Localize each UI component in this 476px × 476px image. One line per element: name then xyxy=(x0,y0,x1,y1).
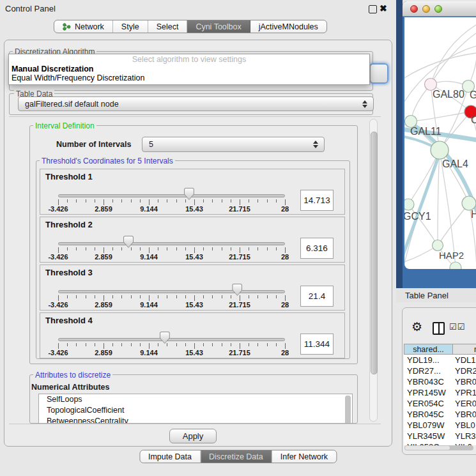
horizontal-scrollbar-thumb[interactable] xyxy=(405,446,450,450)
table-cell-name[interactable]: YDR2 xyxy=(452,366,476,376)
network-node[interactable] xyxy=(462,196,476,210)
table-cell-shared-name[interactable]: YLR345W xyxy=(404,431,452,441)
slider-tick xyxy=(112,343,113,346)
tab-network[interactable]: Network xyxy=(54,20,113,33)
attribute-list-item[interactable]: SelfLoops xyxy=(39,394,352,405)
tab-jactivemnodules[interactable]: jActiveMNodules xyxy=(250,20,326,33)
table-cell-name[interactable]: YBR0 xyxy=(452,410,476,419)
table-data-combobox[interactable]: galFiltered.sif default node xyxy=(18,96,374,111)
slider-tick xyxy=(67,247,68,250)
table-cell-name[interactable]: YPR1 xyxy=(452,388,476,397)
table-row[interactable]: YDR27... YDR2 xyxy=(404,365,476,376)
table-row[interactable]: YBR043C YBR0 xyxy=(404,376,476,387)
close-icon[interactable]: ✖ xyxy=(380,3,387,13)
slider-track[interactable] xyxy=(58,242,285,245)
horizontal-scrollbar[interactable] xyxy=(404,445,473,450)
slider-tick xyxy=(131,247,132,250)
table-row[interactable]: YLR345W YLR3 xyxy=(404,431,476,441)
apply-button[interactable]: Apply xyxy=(169,429,217,443)
table-cell-shared-name[interactable]: YBR045C xyxy=(404,410,452,419)
network-edge[interactable] xyxy=(431,25,476,84)
network-window-titlebar[interactable] xyxy=(403,1,476,17)
slider-tick xyxy=(240,199,240,205)
slider-thumb[interactable] xyxy=(232,284,242,296)
slider-tick xyxy=(222,199,222,203)
network-edge[interactable] xyxy=(404,53,476,78)
network-edge[interactable] xyxy=(438,150,440,245)
table-row[interactable]: YDL19... YDL1 xyxy=(404,355,476,365)
slider-thumb[interactable] xyxy=(123,236,134,248)
network-node[interactable] xyxy=(433,240,443,251)
slider-track[interactable] xyxy=(58,194,285,197)
table-row[interactable]: YPR145W YPR1 xyxy=(404,387,476,398)
select-columns-checkboxes-icon[interactable]: ☑☑ xyxy=(449,322,465,332)
network-node-label: GAL11 xyxy=(410,126,441,137)
slider-tick xyxy=(185,295,186,298)
column-header-name[interactable]: na xyxy=(452,344,476,355)
slider-tick xyxy=(76,295,77,298)
tab-select-label: Select xyxy=(157,22,179,31)
column-header-shared-name[interactable]: shared... xyxy=(404,344,453,355)
number-of-intervals-combobox[interactable]: 5 xyxy=(142,137,325,152)
algorithm-combobox[interactable] xyxy=(369,63,388,84)
tab-select[interactable]: Select xyxy=(148,20,188,33)
slider-tick xyxy=(176,295,177,298)
tab-impute-data[interactable]: Impute Data xyxy=(140,450,201,463)
close-traffic-light-icon[interactable] xyxy=(410,5,418,13)
slider-track[interactable] xyxy=(58,290,285,293)
slider-tick-label: -3.426 xyxy=(48,205,68,213)
dropdown-option-manual-discretization[interactable]: Manual Discretization xyxy=(12,65,94,73)
threshold-value-field[interactable]: 14.713 xyxy=(300,190,334,211)
split-view-icon[interactable] xyxy=(433,322,445,335)
dropdown-option-equal-width[interactable]: Equal Width/Frequency Discretization xyxy=(12,73,144,82)
threshold-value-field[interactable]: 6.316 xyxy=(300,238,334,259)
network-edge[interactable] xyxy=(431,33,476,84)
table-cell-shared-name[interactable]: YDL19... xyxy=(404,355,452,365)
table-cell-shared-name[interactable]: YER054C xyxy=(404,399,452,408)
attribute-list-item[interactable]: BetweennessCentrality xyxy=(39,416,352,424)
tab-discretize-data[interactable]: Discretize Data xyxy=(201,450,272,463)
table-cell-name[interactable]: YBL0 xyxy=(452,420,475,430)
vertical-scrollbar-thumb[interactable] xyxy=(371,132,378,374)
slider-tick xyxy=(112,295,113,298)
tab-infer-network[interactable]: Infer Network xyxy=(272,450,336,463)
table-cell-shared-name[interactable]: YBR043C xyxy=(404,377,452,387)
table-cell-shared-name[interactable]: YPR145W xyxy=(404,388,452,397)
tab-cyni-toolbox[interactable]: Cyni Toolbox xyxy=(187,20,250,33)
table-cell-name[interactable]: YDL1 xyxy=(452,355,476,365)
slider-tick xyxy=(212,295,213,298)
table-row[interactable]: YBL079W YBL0 xyxy=(404,420,476,431)
table-cell-name[interactable]: YLR3 xyxy=(452,431,476,441)
slider-tick-label: 28 xyxy=(281,301,289,309)
tab-style[interactable]: Style xyxy=(113,20,148,33)
slider-tick xyxy=(121,199,122,203)
threshold-value-field[interactable]: 11.344 xyxy=(300,334,334,355)
network-edge[interactable] xyxy=(411,112,471,121)
network-node[interactable] xyxy=(450,262,461,269)
table-cell-shared-name[interactable]: YDR27... xyxy=(404,366,452,376)
threshold-value-field[interactable]: 21.4 xyxy=(300,286,334,307)
numerical-attributes-list[interactable]: SelfLoopsTopologicalCoefficientBetweenne… xyxy=(38,394,353,424)
slider-track[interactable] xyxy=(58,338,285,341)
slider-thumb[interactable] xyxy=(160,332,170,344)
network-node[interactable] xyxy=(404,199,414,210)
network-node[interactable] xyxy=(431,141,449,159)
table-cell-shared-name[interactable]: YBL079W xyxy=(404,420,452,430)
attributes-list-scrollbar[interactable] xyxy=(345,395,351,424)
network-canvas[interactable]: GAL80GACGAL11GAL4GCY1HHAP2 xyxy=(404,17,476,269)
slider-tick xyxy=(194,343,195,349)
panel-title: Control Panel xyxy=(5,4,56,13)
float-window-icon[interactable] xyxy=(369,5,377,13)
vertical-scrollbar[interactable] xyxy=(369,119,378,422)
table-row[interactable]: YER054C YER0 xyxy=(404,398,476,409)
gear-icon[interactable]: ⚙ xyxy=(411,321,422,333)
table-cell-name[interactable]: YBR0 xyxy=(452,377,476,387)
minimize-traffic-light-icon[interactable] xyxy=(422,5,430,13)
table-cell-name[interactable]: YER0 xyxy=(452,399,476,408)
attribute-list-item[interactable]: TopologicalCoefficient xyxy=(39,405,352,416)
zoom-traffic-light-icon[interactable] xyxy=(434,5,442,13)
network-edge[interactable] xyxy=(438,203,469,245)
slider-tick xyxy=(212,199,213,203)
table-row[interactable]: YBR045C YBR0 xyxy=(404,409,476,420)
slider-thumb[interactable] xyxy=(184,188,194,200)
